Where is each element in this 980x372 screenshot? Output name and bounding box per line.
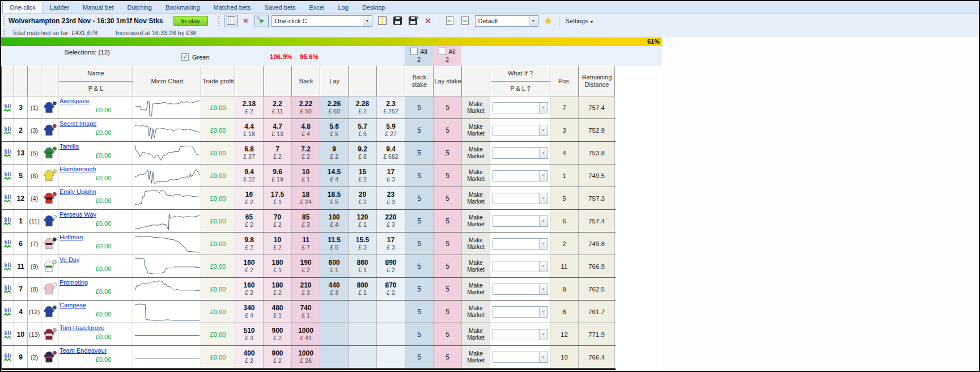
- back-price-best[interactable]: 2.22£ 50: [292, 96, 320, 119]
- lay-price-3[interactable]: [377, 346, 405, 368]
- chevron-down-icon[interactable]: ˅: [539, 261, 548, 272]
- back-price-best[interactable]: 18£ 24: [292, 187, 320, 209]
- tab-one-click[interactable]: One-click: [2, 2, 43, 13]
- back-price-2[interactable]: 180£ 2: [264, 278, 292, 300]
- make-market-button[interactable]: Make Market: [462, 142, 490, 164]
- back-price-best[interactable]: 190£ 2: [292, 255, 320, 277]
- back-price-3[interactable]: 4.4£ 18: [235, 119, 264, 141]
- back-price-best[interactable]: 740£ 1: [292, 301, 320, 323]
- open-chart-button[interactable]: [2, 346, 14, 368]
- favourite-button[interactable]: ★: [541, 15, 555, 27]
- back-stake-cell[interactable]: 5: [405, 232, 434, 255]
- back-price-3[interactable]: 400£ 2: [235, 346, 264, 368]
- lay-price-2[interactable]: [349, 323, 377, 345]
- back-price-best[interactable]: 210£ 3: [292, 278, 320, 300]
- make-market-button[interactable]: Make Market: [462, 278, 490, 300]
- back-price-3[interactable]: 160£ 2: [235, 278, 264, 300]
- back-stake-cell[interactable]: 5: [405, 142, 434, 164]
- open-chart-button[interactable]: [2, 278, 14, 300]
- lay-price-2[interactable]: 15.5£ 3: [349, 232, 377, 255]
- back-price-3[interactable]: 16£ 2: [235, 187, 264, 209]
- chevron-down-icon[interactable]: ˅: [539, 284, 548, 294]
- what-if-select[interactable]: ˅: [493, 261, 548, 272]
- what-if-select[interactable]: ˅: [493, 352, 548, 363]
- page-previous-button[interactable]: ⇦: [443, 15, 457, 27]
- back-price-2[interactable]: 10£ 2: [264, 232, 292, 255]
- lay-price-3[interactable]: 17£ 3: [377, 164, 405, 187]
- chevron-down-icon[interactable]: ▼: [363, 16, 372, 26]
- header-lay[interactable]: Lay: [320, 66, 349, 96]
- back-price-2[interactable]: 70£ 2: [264, 210, 292, 232]
- make-market-button[interactable]: Make Market: [462, 301, 490, 323]
- statusbar-drag-handle[interactable]: [3, 29, 6, 36]
- one-click-mode-button[interactable]: 1➤: [254, 15, 269, 27]
- tab-matched-bets[interactable]: Matched bets: [207, 2, 258, 13]
- make-market-button[interactable]: Make Market: [462, 232, 490, 255]
- back-price-2[interactable]: 2.2£ 11: [264, 96, 292, 119]
- lay-price-2[interactable]: [349, 301, 377, 323]
- chevron-down-icon[interactable]: ˅: [539, 216, 548, 226]
- lay-price-best[interactable]: 5.6£ 5: [320, 119, 349, 141]
- layout-profile-select[interactable]: Default ▼: [475, 15, 538, 27]
- open-chart-button[interactable]: [2, 164, 14, 187]
- lay-price-best[interactable]: 440£ 3: [320, 278, 349, 300]
- runner-name-link[interactable]: Tamilla: [60, 143, 79, 150]
- runner-name-link[interactable]: Ve Day: [60, 256, 79, 263]
- runner-name-link[interactable]: Perseus Way: [60, 211, 96, 218]
- lay-price-3[interactable]: 5.9£ 27: [377, 119, 405, 141]
- back-price-2[interactable]: 180£ 1: [264, 255, 292, 277]
- tab-bookmaking[interactable]: Bookmaking: [159, 2, 207, 13]
- lay-price-3[interactable]: [377, 301, 405, 323]
- lay-price-best[interactable]: [320, 301, 349, 323]
- back-price-2[interactable]: 900£ 2: [264, 346, 292, 368]
- chevron-down-icon[interactable]: ˅: [539, 103, 548, 113]
- chevron-down-icon[interactable]: ˅: [539, 148, 548, 158]
- back-price-3[interactable]: 9.4£ 22: [235, 164, 264, 187]
- header-micro-chart[interactable]: Micro Chart: [133, 66, 201, 96]
- header-pos[interactable]: Pos.: [550, 66, 579, 96]
- open-chart-button[interactable]: [2, 255, 14, 277]
- lay-price-best[interactable]: 11.5£ 5: [320, 232, 349, 255]
- tab-manual-bet[interactable]: Manual bet: [76, 2, 120, 13]
- back-stake-cell[interactable]: 5: [405, 96, 434, 119]
- lay-price-2[interactable]: 120£ 1: [349, 210, 377, 232]
- chevron-down-icon[interactable]: ˅: [539, 329, 548, 340]
- lay-price-3[interactable]: 890£ 2: [377, 255, 405, 277]
- open-chart-button[interactable]: [2, 301, 14, 323]
- lay-stake-cell[interactable]: 5: [434, 278, 462, 300]
- all-back-checkbox[interactable]: [410, 48, 418, 55]
- tab-saved-bets[interactable]: Saved bets: [258, 2, 303, 13]
- runner-name-link[interactable]: Promoting: [60, 279, 88, 286]
- disabled-crosshair-button[interactable]: ✳✕: [239, 15, 253, 27]
- back-price-2[interactable]: 480£ 1: [264, 301, 292, 323]
- lay-price-2[interactable]: 5.7£ 5: [349, 119, 377, 141]
- lay-price-2[interactable]: 9.2£ 8: [349, 142, 377, 164]
- lay-stake-cell[interactable]: 5: [434, 323, 462, 345]
- what-if-select[interactable]: ˅: [493, 125, 548, 136]
- lay-stake-cell[interactable]: 5: [434, 96, 462, 119]
- header-remaining[interactable]: Remaining Distance: [579, 66, 615, 96]
- open-chart-button[interactable]: [2, 323, 14, 345]
- lay-price-best[interactable]: 9£ 2: [320, 142, 349, 164]
- back-stake-cell[interactable]: 5: [405, 210, 434, 232]
- open-chart-button[interactable]: [2, 96, 14, 119]
- lay-stake-cell[interactable]: 5: [434, 232, 462, 255]
- lay-price-3[interactable]: 870£ 2: [377, 278, 405, 300]
- runner-name-link[interactable]: Aerospace: [60, 98, 90, 104]
- runner-name-link[interactable]: Tom Hazelgrove: [60, 324, 104, 331]
- tab-excel[interactable]: Excel: [303, 2, 332, 13]
- back-stake-cell[interactable]: 5: [405, 278, 434, 300]
- back-price-best[interactable]: 85£ 3: [292, 210, 320, 232]
- back-price-2[interactable]: 17.5£ 1: [264, 187, 292, 209]
- what-if-select[interactable]: ˅: [493, 215, 548, 227]
- one-click-profile-select[interactable]: One-click C ▼: [271, 15, 372, 27]
- back-price-best[interactable]: 4.8£ 4: [292, 119, 320, 141]
- header-name-pnl[interactable]: Name P & L: [58, 66, 133, 96]
- back-price-3[interactable]: 6.8£ 37: [235, 142, 264, 164]
- tab-desktop[interactable]: Desktop: [355, 2, 392, 13]
- make-market-button[interactable]: Make Market: [462, 255, 490, 277]
- back-price-best[interactable]: 11£ 7: [292, 232, 320, 255]
- what-if-select[interactable]: ˅: [493, 193, 548, 204]
- chevron-down-icon[interactable]: ˅: [539, 352, 548, 362]
- lay-price-best[interactable]: 600£ 1: [320, 255, 349, 277]
